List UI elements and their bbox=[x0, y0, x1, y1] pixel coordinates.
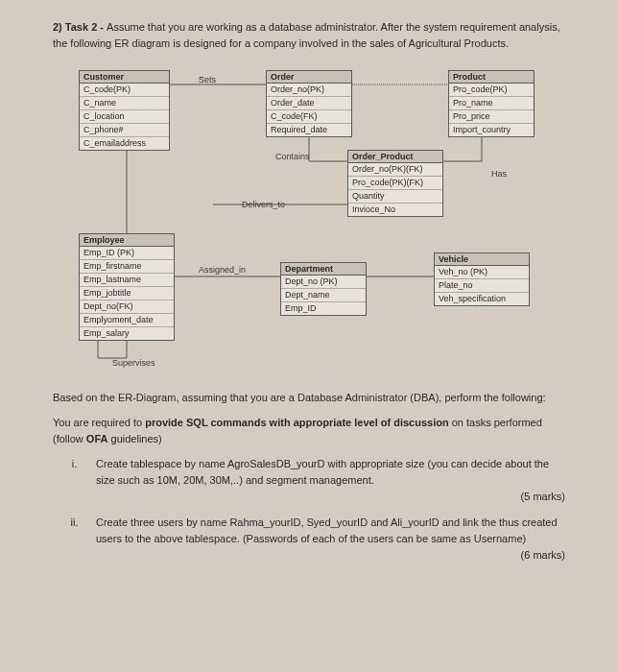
attr: Emp_lastname bbox=[80, 274, 174, 287]
attr: Veh_no (PK) bbox=[435, 266, 529, 279]
attr: Emp_jobtitle bbox=[80, 287, 174, 300]
attr: Pro_name bbox=[449, 97, 534, 110]
rel-contains: Contains bbox=[275, 152, 310, 161]
attr: Pro_price bbox=[449, 110, 534, 124]
attr: Dept_no (PK) bbox=[281, 276, 366, 289]
instructions: Based on the ER-Diagram, assuming that y… bbox=[53, 390, 565, 448]
attr: Order_no(PK)(FK) bbox=[348, 163, 442, 177]
entity-customer: Customer C_code(PK) C_name C_location C_… bbox=[79, 70, 170, 151]
entity-title: Employee bbox=[80, 234, 174, 247]
entity-order: Order Order_no(PK) Order_date C_code(FK)… bbox=[266, 70, 352, 137]
task-marks: (6 marks) bbox=[521, 547, 565, 564]
rel-assigned-in: Assigned_in bbox=[199, 265, 246, 275]
task-ii: ii. Create three users by name Rahma_you… bbox=[53, 515, 565, 564]
entity-order-product: Order_Product Order_no(PK)(FK) Pro_code(… bbox=[347, 150, 443, 217]
rel-supervises: Supervises bbox=[112, 358, 155, 368]
entity-title: Vehicle bbox=[435, 253, 529, 266]
task-marks: (5 marks) bbox=[96, 489, 565, 505]
attr: Emp_salary bbox=[80, 327, 174, 340]
entity-title: Product bbox=[449, 71, 534, 84]
attr: C_emailaddress bbox=[80, 137, 169, 150]
attr: C_name bbox=[80, 97, 169, 110]
attr: Order_date bbox=[267, 97, 351, 110]
attr: Pro_code(PK) bbox=[449, 84, 534, 97]
entity-department: Department Dept_no (PK) Dept_name Emp_ID bbox=[280, 262, 367, 316]
attr: Order_no(PK) bbox=[267, 84, 351, 97]
attr: Emplyoment_date bbox=[80, 314, 174, 327]
rel-delivers-to: Delivers_to bbox=[242, 200, 285, 209]
rel-has: Has bbox=[491, 169, 507, 179]
roman-numeral: i. bbox=[53, 456, 96, 505]
entity-product: Product Pro_code(PK) Pro_name Pro_price … bbox=[448, 70, 535, 137]
task-header: 2) Task 2 - Assume that you are working … bbox=[53, 19, 565, 51]
entity-vehicle: Vehicle Veh_no (PK) Plate_no Veh_specifi… bbox=[434, 252, 530, 306]
rel-sets: Sets bbox=[199, 75, 216, 84]
task-list: i. Create tablespace by name AgroSalesDB… bbox=[53, 456, 565, 564]
attr: C_location bbox=[80, 110, 169, 124]
task-number: 2) bbox=[53, 21, 62, 33]
attr: Plate_no bbox=[435, 279, 529, 293]
attr: Required_date bbox=[267, 124, 351, 136]
para-1: Based on the ER-Diagram, assuming that y… bbox=[53, 390, 565, 407]
attr: Invioce_No bbox=[348, 204, 442, 216]
entity-title: Order_Product bbox=[348, 151, 442, 163]
er-diagram: Customer C_code(PK) C_name C_location C_… bbox=[79, 65, 539, 372]
entity-employee: Employee Emp_ID (PK) Emp_firstname Emp_l… bbox=[79, 233, 175, 341]
task-desc-inline: Assume that you are working as a databas… bbox=[53, 21, 560, 49]
attr: Dept_no(FK) bbox=[80, 300, 174, 314]
attr: Veh_specification bbox=[435, 293, 529, 305]
task-text: Create tablespace by name AgroSalesDB_yo… bbox=[96, 456, 565, 489]
attr: Emp_firstname bbox=[80, 260, 174, 274]
attr: Quantity bbox=[348, 190, 442, 204]
attr: C_code(PK) bbox=[80, 84, 169, 97]
entity-title: Order bbox=[267, 71, 351, 84]
para-2: You are required to provide SQL commands… bbox=[53, 415, 565, 448]
task-i: i. Create tablespace by name AgroSalesDB… bbox=[53, 456, 565, 505]
attr: Import_country bbox=[449, 124, 534, 136]
task-title: Task 2 - bbox=[65, 21, 107, 33]
entity-title: Customer bbox=[80, 71, 169, 84]
roman-numeral: ii. bbox=[53, 515, 96, 564]
attr: Dept_name bbox=[281, 289, 366, 302]
attr: Emp_ID (PK) bbox=[80, 247, 174, 260]
attr: C_phone# bbox=[80, 124, 169, 137]
attr: C_code(FK) bbox=[267, 110, 351, 124]
task-text: Create three users by name Rahma_yourID,… bbox=[96, 516, 558, 544]
attr: Pro_code(PK)(FK) bbox=[348, 177, 442, 190]
attr: Emp_ID bbox=[281, 302, 366, 315]
entity-title: Department bbox=[281, 263, 366, 276]
